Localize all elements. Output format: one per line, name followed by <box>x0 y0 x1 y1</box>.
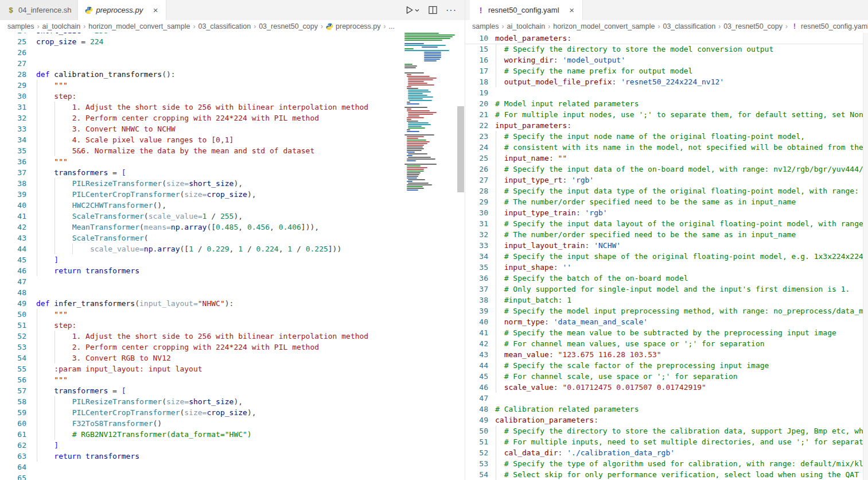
code-line[interactable]: 40 HWC2CHWTransformer(), <box>0 200 465 211</box>
tab-04-inference-sh[interactable]: $ 04_inference.sh <box>0 0 78 20</box>
code-line[interactable]: 29 # The number/order specified need to … <box>465 196 868 207</box>
code-line[interactable]: 38 #input_batch: 1 <box>465 295 868 305</box>
code-line[interactable]: 19 <box>465 87 868 98</box>
breadcrumb-item[interactable]: 03_resnet50_copy <box>723 22 783 30</box>
tab-resnet50-config-yaml[interactable]: ! resnet50_config.yaml × <box>470 0 583 20</box>
code-line[interactable]: 43 mean_value: "123.675 116.28 103.53" <box>465 349 868 360</box>
split-editor-button[interactable] <box>428 5 438 15</box>
breadcrumb-item[interactable]: 03_classification <box>663 22 715 30</box>
code-line[interactable]: 58 PILResizeTransformer(size=short_size)… <box>0 396 465 407</box>
code-line[interactable]: 50 """ <box>0 309 465 320</box>
code-line[interactable]: 51 step: <box>0 320 465 331</box>
code-line[interactable]: 36 # Specify the batch of the on-board m… <box>465 273 868 284</box>
code-line[interactable]: 48# Calibration related parameters <box>465 404 868 415</box>
code-line[interactable]: 37 transformers = [ <box>0 167 465 178</box>
code-line[interactable]: 22input_parameters: <box>465 120 868 131</box>
code-line[interactable]: 46 return transformers <box>0 265 465 276</box>
code-line[interactable]: 20# Model input related parameters <box>465 98 868 109</box>
code-line[interactable]: 27 input_type_rt: 'rgb' <box>465 175 868 185</box>
code-line[interactable]: 47 <box>465 393 868 404</box>
code-line[interactable]: 46 scale_value: "0.01712475 0.017507 0.0… <box>465 382 868 393</box>
code-line[interactable]: 25crop_size = 224 <box>0 36 465 47</box>
code-line[interactable]: 38 PILResizeTransformer(size=short_size)… <box>0 178 465 189</box>
code-line[interactable]: 55 :param input_layout: input layout <box>0 363 465 374</box>
code-line[interactable]: 31 1. Adjust the short side to 256 with … <box>0 102 465 113</box>
minimap[interactable] <box>404 33 456 216</box>
editor-preprocess-py[interactable]: 24short_size = 25625crop_size = 22426272… <box>0 33 465 480</box>
code-line[interactable]: 32 # The number/order specified need to … <box>465 229 868 240</box>
code-line[interactable]: 50 # Specify the directory to store the … <box>465 425 868 436</box>
code-line[interactable]: 29 """ <box>0 80 465 91</box>
code-line[interactable]: 31 # Specify the input data layout of th… <box>465 218 868 229</box>
code-line[interactable]: 17 # Specify the name prefix for output … <box>465 65 868 76</box>
code-line[interactable]: 24 # consistent with its name in the mod… <box>465 142 868 153</box>
code-line[interactable]: 49calibration_parameters: <box>465 415 868 425</box>
code-line[interactable]: 39 # Specify the model input preprocessi… <box>465 305 868 316</box>
code-line[interactable]: 42 MeanTransformer(means=np.array([0.485… <box>0 222 465 233</box>
code-line[interactable]: 27 <box>0 58 465 69</box>
vertical-scrollbar[interactable] <box>457 106 464 192</box>
code-line[interactable]: 62 ] <box>0 440 465 451</box>
code-line[interactable]: 10model_parameters: <box>465 33 868 44</box>
close-icon[interactable]: × <box>567 6 577 14</box>
code-line[interactable]: 51 # For multiple inputs, need to set mu… <box>465 436 868 447</box>
code-line[interactable]: 26 # Specify the input data of the on-bo… <box>465 164 868 175</box>
run-button[interactable] <box>404 5 420 15</box>
code-line[interactable]: 39 PILCenterCropTransformer(size=crop_si… <box>0 189 465 200</box>
code-line[interactable]: 40 norm_type: 'data_mean_and_scale' <box>465 316 868 327</box>
code-line[interactable]: 33 input_layout_train: 'NCHW' <box>465 240 868 251</box>
code-line[interactable]: 35 input_shape: '' <box>465 262 868 273</box>
code-line[interactable]: 23 # Specify the input node name of the … <box>465 131 868 142</box>
code-line[interactable]: 26 <box>0 47 465 58</box>
code-line[interactable]: 33 3. Convert NHWC to NCHW <box>0 123 465 134</box>
breadcrumb-item[interactable]: ai_toolchain <box>42 22 81 30</box>
breadcrumb-item[interactable]: samples <box>472 22 499 30</box>
code-line[interactable]: 54 3. Convert RGB to NV12 <box>0 353 465 363</box>
code-line[interactable]: 60 F32ToS8Transformer() <box>0 418 465 429</box>
code-line[interactable]: 35 5&6. Normalize the data by the mean a… <box>0 145 465 156</box>
tab-preprocess-py[interactable]: preprocess.py × <box>78 0 167 20</box>
code-line[interactable]: 54 # Select skip for only performance ve… <box>465 469 868 480</box>
code-line[interactable]: 37 # Only supported for single-input mod… <box>465 284 868 295</box>
code-line[interactable]: 16 working_dir: 'model_output' <box>465 55 868 65</box>
more-actions-button[interactable]: ··· <box>446 5 457 16</box>
breadcrumb-item[interactable]: 03_classification <box>198 22 251 30</box>
breadcrumb-item[interactable]: samples <box>7 22 34 30</box>
breadcrumb-item[interactable]: horizon_model_convert_sample <box>553 22 655 30</box>
code-line[interactable]: 48 <box>0 287 465 298</box>
code-line[interactable]: 21# For multiple input nodes, use ';' to… <box>465 109 868 120</box>
code-line[interactable]: 41 ScaleTransformer(scale_value=1 / 255)… <box>0 211 465 222</box>
code-line[interactable]: 59 PILCenterCropTransformer(size=crop_si… <box>0 407 465 418</box>
code-line[interactable]: 25 input_name: "" <box>465 153 868 164</box>
editor-resnet50-config-yaml[interactable]: 10model_parameters:15 # Specify the dire… <box>465 33 868 480</box>
code-line[interactable]: 44 scale_value=np.array([1 / 0.229, 1 / … <box>0 243 465 254</box>
code-line[interactable]: 64 <box>0 462 465 473</box>
code-line[interactable]: 65 <box>0 473 465 480</box>
code-line[interactable]: 52 cal_data_dir: './calibration_data_rgb… <box>465 447 868 458</box>
code-line[interactable]: 32 2. Perform center cropping with 224*2… <box>0 113 465 123</box>
code-line[interactable]: 18 output_model_file_prefix: 'resnet50_2… <box>465 76 868 87</box>
code-line[interactable]: 36 """ <box>0 156 465 167</box>
code-line[interactable]: 30 input_type_train: 'rgb' <box>465 207 868 218</box>
code-line[interactable]: 53 2. Perform center cropping with 224*2… <box>0 342 465 353</box>
code-line[interactable]: 63 return transformers <box>0 451 465 462</box>
code-line[interactable]: 44 # Specify the scale factor of the pre… <box>465 360 868 371</box>
code-line[interactable]: 57 transformers = [ <box>0 385 465 396</box>
code-line[interactable]: 47 <box>0 276 465 287</box>
code-line[interactable]: 53 # Specify the type of algorithm used … <box>465 458 868 469</box>
code-line[interactable]: 28def calibration_transformers(): <box>0 69 465 80</box>
breadcrumb-item[interactable]: ... <box>389 22 395 30</box>
code-line[interactable]: 45 # For channel scale, use space or ';'… <box>465 371 868 382</box>
breadcrumb-item[interactable]: preprocess.py <box>326 22 381 30</box>
code-line[interactable]: 30 step: <box>0 91 465 102</box>
code-line[interactable]: 42 # For channel mean values, use space … <box>465 338 868 349</box>
code-line[interactable]: 28 # Specify the input data type of the … <box>465 185 868 196</box>
code-line[interactable]: 41 # Specify the mean value to be subtra… <box>465 327 868 338</box>
code-line[interactable]: 34 # Specify the input shape of the orig… <box>465 251 868 262</box>
code-line[interactable]: 15 # Specify the directory to store the … <box>465 44 868 55</box>
breadcrumb-item[interactable]: 03_resnet50_copy <box>259 22 318 30</box>
breadcrumb-item[interactable]: !resnet50_config.yaml <box>791 22 868 30</box>
breadcrumb-item[interactable]: ai_toolchain <box>507 22 546 30</box>
code-line[interactable]: 49def infer_transformers(input_layout="N… <box>0 298 465 309</box>
code-line[interactable]: 52 1. Adjust the short side to 256 with … <box>0 331 465 342</box>
